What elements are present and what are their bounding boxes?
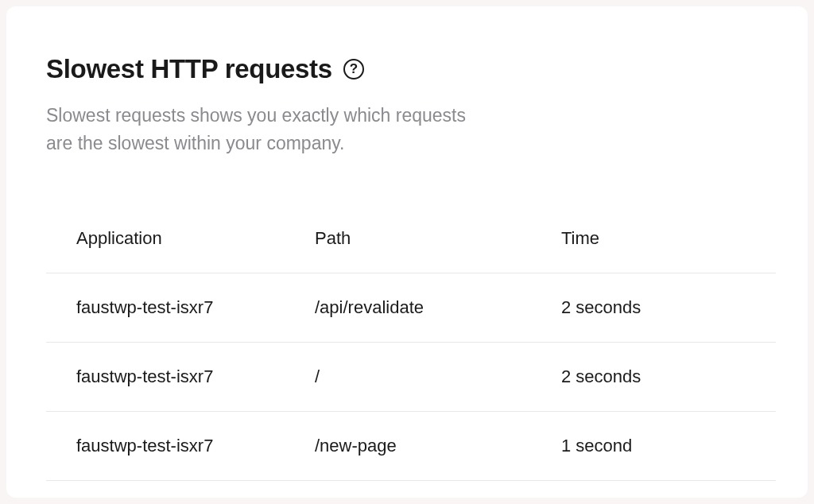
slowest-requests-card: Slowest HTTP requests ? Slowest requests…	[6, 6, 808, 498]
cell-application: faustwp-test-isxr7	[76, 436, 315, 456]
cell-path: /	[315, 366, 561, 387]
card-title: Slowest HTTP requests	[46, 54, 332, 84]
cell-path: /new-page	[315, 436, 561, 456]
cell-time: 1 second	[561, 436, 746, 456]
column-header-time: Time	[561, 228, 746, 249]
requests-table: Application Path Time faustwp-test-isxr7…	[46, 204, 776, 481]
help-icon[interactable]: ?	[343, 59, 364, 79]
table-row: faustwp-test-isxr7 /api/revalidate 2 sec…	[46, 273, 776, 343]
cell-application: faustwp-test-isxr7	[76, 297, 315, 318]
table-row: faustwp-test-isxr7 / 2 seconds	[46, 343, 776, 412]
column-header-path: Path	[315, 228, 561, 249]
cell-application: faustwp-test-isxr7	[76, 366, 315, 387]
card-header: Slowest HTTP requests ?	[46, 54, 776, 84]
column-header-application: Application	[76, 228, 315, 249]
cell-path: /api/revalidate	[315, 297, 561, 318]
cell-time: 2 seconds	[561, 297, 746, 318]
table-header-row: Application Path Time	[46, 204, 776, 273]
card-subtitle: Slowest requests shows you exactly which…	[46, 102, 491, 157]
table-row: faustwp-test-isxr7 /new-page 1 second	[46, 412, 776, 481]
cell-time: 2 seconds	[561, 366, 746, 387]
